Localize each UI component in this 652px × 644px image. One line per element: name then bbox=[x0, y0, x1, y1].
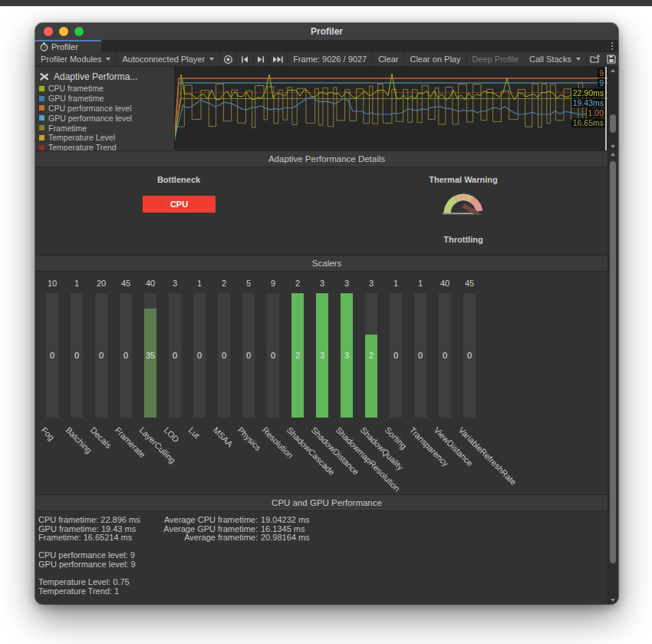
perf-stat-label: Average CPU frametime: bbox=[158, 516, 258, 525]
details-scrollbar[interactable] bbox=[608, 150, 618, 604]
perf-stat-line: Frametime: 16.65214 ms bbox=[38, 533, 140, 543]
scaler-current-level: 0 bbox=[439, 351, 451, 360]
save-profile-button[interactable] bbox=[604, 52, 618, 66]
bottleneck-label: Bottleneck bbox=[157, 175, 200, 184]
scaler-column[interactable]: 450Framerate bbox=[114, 278, 138, 418]
perf-stat-line: Average CPU frametime:19.04232 ms bbox=[158, 516, 310, 525]
deep-profile-button[interactable]: Deep Profile bbox=[466, 52, 524, 66]
tab-profiler[interactable]: Profiler bbox=[35, 40, 101, 52]
module-header[interactable]: Adaptive Performa... bbox=[39, 69, 174, 84]
next-frame-button[interactable] bbox=[253, 52, 269, 66]
scaler-column[interactable]: 4035LayerCulling bbox=[138, 278, 163, 418]
scaler-current-level: 0 bbox=[242, 351, 255, 360]
scaler-column[interactable]: 10Transparency bbox=[408, 278, 433, 418]
perf-stat-line: CPU frametime: 22.896 ms bbox=[38, 516, 140, 525]
scaler-column[interactable]: 33ShadowDistance bbox=[310, 278, 334, 418]
perf-stats-left: CPU frametime: 22.896 msGPU frametime: 1… bbox=[38, 516, 140, 596]
scroll-up-icon[interactable] bbox=[611, 69, 615, 72]
legend-item[interactable]: GPU frametime bbox=[39, 94, 174, 104]
legend-swatch-icon bbox=[39, 115, 44, 121]
chart-scrollbar[interactable] bbox=[608, 67, 618, 150]
perf-stat-line: Average frametime:20.98164 ms bbox=[158, 533, 310, 543]
previous-frame-icon bbox=[240, 55, 249, 64]
scaler-bar: 0 bbox=[71, 293, 83, 418]
scaler-column[interactable]: 100Fog bbox=[40, 278, 64, 418]
scalers-chart: 100Fog10Batching200Decals450Framerate403… bbox=[35, 272, 618, 494]
legend-item[interactable]: CPU frametime bbox=[39, 84, 174, 94]
scaler-current-level: 0 bbox=[390, 351, 402, 360]
scaler-column[interactable]: 450VariableRefreshRate bbox=[457, 278, 482, 418]
legend-item-label: Temperature Trend bbox=[48, 143, 117, 150]
scroll-up-icon[interactable] bbox=[611, 153, 615, 156]
details-header-label: Adaptive Performance Details bbox=[268, 154, 385, 163]
scaler-column[interactable]: 10Sorting bbox=[384, 278, 408, 418]
chart-value-chip: 22.90ms bbox=[571, 88, 605, 97]
legend-list: CPU frametimeGPU frametimeCPU performanc… bbox=[39, 84, 174, 150]
clear-on-play-button[interactable]: Clear on Play bbox=[404, 52, 466, 66]
scaler-current-level: 3 bbox=[316, 351, 328, 360]
scaler-column[interactable]: 90Resolution bbox=[261, 278, 285, 418]
scaler-column[interactable]: 200Decals bbox=[89, 278, 114, 418]
scaler-current-level: 0 bbox=[193, 351, 206, 360]
scaler-max-value: 9 bbox=[261, 278, 285, 289]
minimize-window-button[interactable] bbox=[59, 27, 68, 36]
legend-item-label: Temperature Level bbox=[48, 133, 115, 142]
legend-swatch-icon bbox=[39, 105, 44, 111]
legend-item[interactable]: Temperature Level bbox=[39, 133, 174, 143]
record-button[interactable] bbox=[220, 52, 237, 66]
clear-button[interactable]: Clear bbox=[373, 52, 404, 66]
scaler-column[interactable]: 33ShadowmapResolution bbox=[334, 278, 359, 418]
scaler-bar-fill bbox=[365, 335, 377, 418]
load-profile-button[interactable] bbox=[587, 52, 604, 66]
scaler-current-level: 0 bbox=[463, 351, 476, 360]
scaler-current-level: 3 bbox=[341, 351, 353, 360]
legend-item[interactable]: CPU performance level bbox=[39, 104, 174, 114]
perf-stat-line: GPU performance level: 9 bbox=[38, 560, 140, 570]
performance-chart[interactable] bbox=[175, 67, 608, 150]
scaler-bar: 0 bbox=[439, 293, 451, 418]
scaler-column[interactable]: 10Lut bbox=[187, 278, 212, 418]
call-stacks-dropdown[interactable]: Call Stacks bbox=[524, 52, 587, 66]
legend-item[interactable]: GPU performance level bbox=[39, 113, 174, 123]
chart-scrollbar-thumb[interactable] bbox=[610, 114, 616, 133]
scaler-bar: 0 bbox=[242, 293, 255, 418]
scroll-down-icon[interactable] bbox=[611, 599, 615, 602]
tab-label: Profiler bbox=[51, 42, 78, 51]
scaler-column[interactable]: 50Physics bbox=[236, 278, 261, 418]
scaler-column[interactable]: 20MSAA bbox=[212, 278, 236, 418]
details-scrollbar-thumb[interactable] bbox=[610, 161, 616, 563]
target-selection-label: Autoconnected Player bbox=[122, 54, 205, 64]
profiler-modules-dropdown[interactable]: Profiler Modules bbox=[35, 52, 117, 66]
legend-item-label: CPU frametime bbox=[48, 84, 104, 93]
scaler-column[interactable]: 30LOD bbox=[163, 278, 187, 418]
deep-profile-label: Deep Profile bbox=[472, 54, 519, 64]
scaler-name-label: Lut bbox=[187, 425, 202, 440]
previous-frame-button[interactable] bbox=[237, 52, 253, 66]
legend-item[interactable]: Frametime bbox=[39, 123, 174, 133]
legend-swatch-icon bbox=[39, 86, 44, 91]
scaler-max-value: 45 bbox=[114, 278, 138, 289]
load-folder-icon bbox=[590, 54, 601, 64]
chart-area: 9922.90ms19.43ms1.0016.65ms bbox=[175, 67, 608, 150]
scaler-max-value: 1 bbox=[187, 278, 212, 289]
scaler-column[interactable]: 10Batching bbox=[64, 278, 89, 418]
background-window-edge bbox=[0, 0, 652, 6]
module-title: Adaptive Performa... bbox=[54, 71, 137, 82]
legend-item-label: Frametime bbox=[48, 124, 87, 133]
zoom-window-button[interactable] bbox=[74, 27, 84, 36]
target-selection-dropdown[interactable]: Autoconnected Player bbox=[117, 52, 220, 66]
current-frame-button[interactable] bbox=[269, 52, 288, 66]
scroll-down-icon[interactable] bbox=[611, 145, 615, 148]
tab-menu-icon[interactable] bbox=[608, 42, 616, 50]
chart-value-chip: 16.65ms bbox=[571, 118, 605, 127]
scaler-column[interactable]: 22ShadowCascade bbox=[285, 278, 310, 418]
scaler-column[interactable]: 32ShadowQuality bbox=[359, 278, 384, 418]
scaler-current-level: 0 bbox=[169, 351, 181, 360]
thermal-state-label: Throttling bbox=[443, 235, 482, 244]
close-window-button[interactable] bbox=[44, 27, 53, 36]
legend-swatch-icon bbox=[39, 96, 44, 101]
scaler-column[interactable]: 400ViewDistance bbox=[433, 278, 457, 418]
call-stacks-label: Call Stacks bbox=[529, 54, 571, 64]
scaler-bar: 2 bbox=[365, 293, 377, 418]
legend-item[interactable]: Temperature Trend bbox=[39, 143, 174, 150]
